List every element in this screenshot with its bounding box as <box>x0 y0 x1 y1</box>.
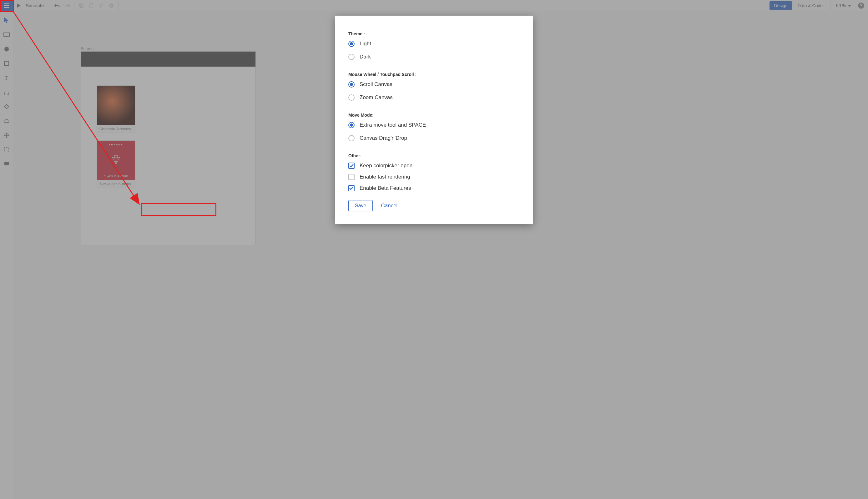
section-title-scroll: Mouse Wheel / Touchpad Scroll : <box>348 72 520 77</box>
checkbox-label: Enable Beta Features <box>359 185 411 191</box>
checkbox-icon <box>348 185 355 191</box>
radio-icon <box>348 95 355 101</box>
radio-move-extra[interactable]: Extra move tool and SPACE <box>348 122 520 128</box>
app-root: Simulate Design Data & Code 50 % <box>0 0 868 499</box>
checkbox-label: Keep colorpicker open <box>359 162 413 169</box>
radio-label: Extra move tool and SPACE <box>359 122 426 128</box>
modal-actions: Save Cancel <box>348 200 520 211</box>
checkbox-colorpicker-open[interactable]: Keep colorpicker open <box>348 162 520 169</box>
radio-icon <box>348 122 355 128</box>
radio-zoom-canvas[interactable]: Zoom Canvas <box>348 95 520 101</box>
settings-modal: Theme : Light Dark Mouse Wheel / Touchpa… <box>335 16 533 224</box>
section-title-move: Move Mode: <box>348 112 520 118</box>
section-title-theme: Theme : <box>348 31 520 36</box>
section-title-other: Other: <box>348 153 520 158</box>
checkbox-icon <box>348 162 355 169</box>
radio-scroll-canvas[interactable]: Scroll Canvas <box>348 81 520 87</box>
radio-label: Canvas Drag'n'Drop <box>359 135 407 141</box>
radio-icon <box>348 81 355 87</box>
cancel-button[interactable]: Cancel <box>381 203 398 209</box>
radio-label: Scroll Canvas <box>359 81 392 87</box>
radio-label: Light <box>359 41 371 47</box>
radio-label: Zoom Canvas <box>359 95 393 101</box>
checkbox-label: Enable fast rendering <box>359 174 410 180</box>
radio-theme-light[interactable]: Light <box>348 41 520 47</box>
radio-icon <box>348 135 355 141</box>
checkbox-fast-rendering[interactable]: Enable fast rendering <box>348 174 520 180</box>
save-button[interactable]: Save <box>348 200 373 211</box>
radio-label: Dark <box>359 54 371 60</box>
radio-theme-dark[interactable]: Dark <box>348 54 520 60</box>
checkbox-beta-features[interactable]: Enable Beta Features <box>348 185 520 191</box>
radio-icon <box>348 54 355 60</box>
checkbox-icon <box>348 174 355 180</box>
radio-move-dnd[interactable]: Canvas Drag'n'Drop <box>348 135 520 141</box>
radio-icon <box>348 41 355 47</box>
